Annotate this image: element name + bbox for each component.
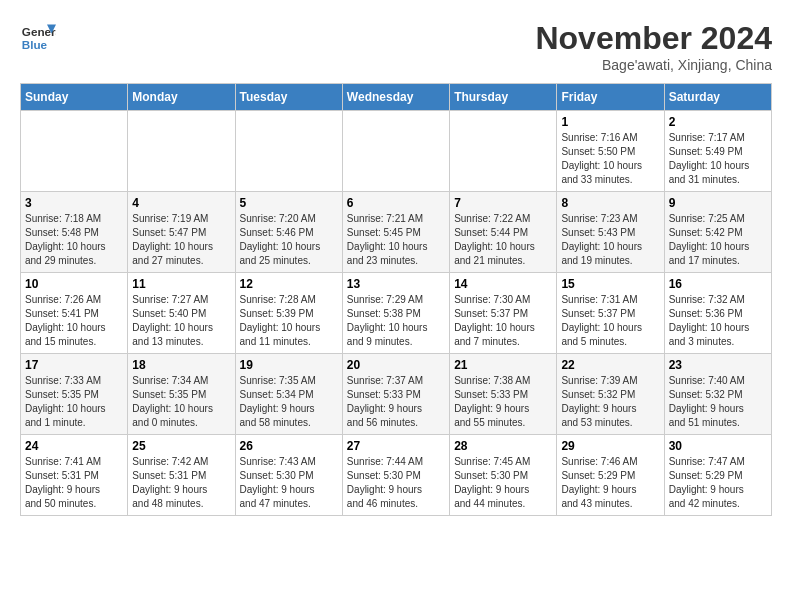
day-info: Sunrise: 7:18 AMSunset: 5:48 PMDaylight:… <box>25 212 123 268</box>
svg-text:Blue: Blue <box>22 38 48 51</box>
day-info: Sunrise: 7:33 AMSunset: 5:35 PMDaylight:… <box>25 374 123 430</box>
day-cell <box>342 111 449 192</box>
day-cell: 30Sunrise: 7:47 AMSunset: 5:29 PMDayligh… <box>664 435 771 516</box>
day-info: Sunrise: 7:46 AMSunset: 5:29 PMDaylight:… <box>561 455 659 511</box>
day-number: 4 <box>132 196 230 210</box>
day-cell: 21Sunrise: 7:38 AMSunset: 5:33 PMDayligh… <box>450 354 557 435</box>
day-cell <box>450 111 557 192</box>
weekday-header-tuesday: Tuesday <box>235 84 342 111</box>
day-number: 24 <box>25 439 123 453</box>
week-row-2: 3Sunrise: 7:18 AMSunset: 5:48 PMDaylight… <box>21 192 772 273</box>
day-info: Sunrise: 7:42 AMSunset: 5:31 PMDaylight:… <box>132 455 230 511</box>
day-info: Sunrise: 7:20 AMSunset: 5:46 PMDaylight:… <box>240 212 338 268</box>
weekday-header-saturday: Saturday <box>664 84 771 111</box>
day-number: 29 <box>561 439 659 453</box>
page-header: General Blue November 2024 Bage'awati, X… <box>20 20 772 73</box>
day-number: 1 <box>561 115 659 129</box>
day-cell: 28Sunrise: 7:45 AMSunset: 5:30 PMDayligh… <box>450 435 557 516</box>
day-number: 5 <box>240 196 338 210</box>
day-info: Sunrise: 7:40 AMSunset: 5:32 PMDaylight:… <box>669 374 767 430</box>
weekday-header-friday: Friday <box>557 84 664 111</box>
day-number: 25 <box>132 439 230 453</box>
day-number: 17 <box>25 358 123 372</box>
day-info: Sunrise: 7:19 AMSunset: 5:47 PMDaylight:… <box>132 212 230 268</box>
day-number: 22 <box>561 358 659 372</box>
day-number: 28 <box>454 439 552 453</box>
logo-icon: General Blue <box>20 20 56 56</box>
day-number: 19 <box>240 358 338 372</box>
day-number: 14 <box>454 277 552 291</box>
day-number: 20 <box>347 358 445 372</box>
day-info: Sunrise: 7:37 AMSunset: 5:33 PMDaylight:… <box>347 374 445 430</box>
day-number: 11 <box>132 277 230 291</box>
day-info: Sunrise: 7:43 AMSunset: 5:30 PMDaylight:… <box>240 455 338 511</box>
day-info: Sunrise: 7:22 AMSunset: 5:44 PMDaylight:… <box>454 212 552 268</box>
day-cell: 15Sunrise: 7:31 AMSunset: 5:37 PMDayligh… <box>557 273 664 354</box>
day-cell <box>235 111 342 192</box>
day-cell: 13Sunrise: 7:29 AMSunset: 5:38 PMDayligh… <box>342 273 449 354</box>
day-info: Sunrise: 7:30 AMSunset: 5:37 PMDaylight:… <box>454 293 552 349</box>
day-cell: 11Sunrise: 7:27 AMSunset: 5:40 PMDayligh… <box>128 273 235 354</box>
day-cell: 8Sunrise: 7:23 AMSunset: 5:43 PMDaylight… <box>557 192 664 273</box>
day-info: Sunrise: 7:21 AMSunset: 5:45 PMDaylight:… <box>347 212 445 268</box>
day-cell: 1Sunrise: 7:16 AMSunset: 5:50 PMDaylight… <box>557 111 664 192</box>
day-cell: 19Sunrise: 7:35 AMSunset: 5:34 PMDayligh… <box>235 354 342 435</box>
day-cell: 22Sunrise: 7:39 AMSunset: 5:32 PMDayligh… <box>557 354 664 435</box>
day-cell <box>21 111 128 192</box>
location: Bage'awati, Xinjiang, China <box>535 57 772 73</box>
day-info: Sunrise: 7:31 AMSunset: 5:37 PMDaylight:… <box>561 293 659 349</box>
day-number: 23 <box>669 358 767 372</box>
day-number: 30 <box>669 439 767 453</box>
day-cell: 24Sunrise: 7:41 AMSunset: 5:31 PMDayligh… <box>21 435 128 516</box>
day-info: Sunrise: 7:44 AMSunset: 5:30 PMDaylight:… <box>347 455 445 511</box>
day-cell: 20Sunrise: 7:37 AMSunset: 5:33 PMDayligh… <box>342 354 449 435</box>
day-number: 15 <box>561 277 659 291</box>
day-number: 12 <box>240 277 338 291</box>
day-cell: 4Sunrise: 7:19 AMSunset: 5:47 PMDaylight… <box>128 192 235 273</box>
day-cell: 25Sunrise: 7:42 AMSunset: 5:31 PMDayligh… <box>128 435 235 516</box>
day-cell: 7Sunrise: 7:22 AMSunset: 5:44 PMDaylight… <box>450 192 557 273</box>
day-info: Sunrise: 7:32 AMSunset: 5:36 PMDaylight:… <box>669 293 767 349</box>
day-info: Sunrise: 7:23 AMSunset: 5:43 PMDaylight:… <box>561 212 659 268</box>
week-row-5: 24Sunrise: 7:41 AMSunset: 5:31 PMDayligh… <box>21 435 772 516</box>
weekday-header-thursday: Thursday <box>450 84 557 111</box>
day-cell: 26Sunrise: 7:43 AMSunset: 5:30 PMDayligh… <box>235 435 342 516</box>
week-row-1: 1Sunrise: 7:16 AMSunset: 5:50 PMDaylight… <box>21 111 772 192</box>
title-block: November 2024 Bage'awati, Xinjiang, Chin… <box>535 20 772 73</box>
weekday-header-monday: Monday <box>128 84 235 111</box>
day-number: 13 <box>347 277 445 291</box>
day-info: Sunrise: 7:17 AMSunset: 5:49 PMDaylight:… <box>669 131 767 187</box>
day-cell: 3Sunrise: 7:18 AMSunset: 5:48 PMDaylight… <box>21 192 128 273</box>
day-info: Sunrise: 7:27 AMSunset: 5:40 PMDaylight:… <box>132 293 230 349</box>
week-row-4: 17Sunrise: 7:33 AMSunset: 5:35 PMDayligh… <box>21 354 772 435</box>
day-cell: 6Sunrise: 7:21 AMSunset: 5:45 PMDaylight… <box>342 192 449 273</box>
day-cell: 5Sunrise: 7:20 AMSunset: 5:46 PMDaylight… <box>235 192 342 273</box>
weekday-header-row: SundayMondayTuesdayWednesdayThursdayFrid… <box>21 84 772 111</box>
day-number: 21 <box>454 358 552 372</box>
day-number: 10 <box>25 277 123 291</box>
day-number: 16 <box>669 277 767 291</box>
calendar-table: SundayMondayTuesdayWednesdayThursdayFrid… <box>20 83 772 516</box>
day-cell: 17Sunrise: 7:33 AMSunset: 5:35 PMDayligh… <box>21 354 128 435</box>
week-row-3: 10Sunrise: 7:26 AMSunset: 5:41 PMDayligh… <box>21 273 772 354</box>
day-info: Sunrise: 7:16 AMSunset: 5:50 PMDaylight:… <box>561 131 659 187</box>
day-info: Sunrise: 7:26 AMSunset: 5:41 PMDaylight:… <box>25 293 123 349</box>
logo: General Blue <box>20 20 56 56</box>
day-number: 8 <box>561 196 659 210</box>
day-number: 27 <box>347 439 445 453</box>
day-info: Sunrise: 7:41 AMSunset: 5:31 PMDaylight:… <box>25 455 123 511</box>
day-info: Sunrise: 7:29 AMSunset: 5:38 PMDaylight:… <box>347 293 445 349</box>
day-info: Sunrise: 7:34 AMSunset: 5:35 PMDaylight:… <box>132 374 230 430</box>
day-cell: 2Sunrise: 7:17 AMSunset: 5:49 PMDaylight… <box>664 111 771 192</box>
day-number: 6 <box>347 196 445 210</box>
day-info: Sunrise: 7:47 AMSunset: 5:29 PMDaylight:… <box>669 455 767 511</box>
day-number: 26 <box>240 439 338 453</box>
day-info: Sunrise: 7:28 AMSunset: 5:39 PMDaylight:… <box>240 293 338 349</box>
day-cell: 14Sunrise: 7:30 AMSunset: 5:37 PMDayligh… <box>450 273 557 354</box>
day-cell: 9Sunrise: 7:25 AMSunset: 5:42 PMDaylight… <box>664 192 771 273</box>
day-number: 2 <box>669 115 767 129</box>
weekday-header-wednesday: Wednesday <box>342 84 449 111</box>
month-title: November 2024 <box>535 20 772 57</box>
day-cell: 10Sunrise: 7:26 AMSunset: 5:41 PMDayligh… <box>21 273 128 354</box>
day-cell: 16Sunrise: 7:32 AMSunset: 5:36 PMDayligh… <box>664 273 771 354</box>
